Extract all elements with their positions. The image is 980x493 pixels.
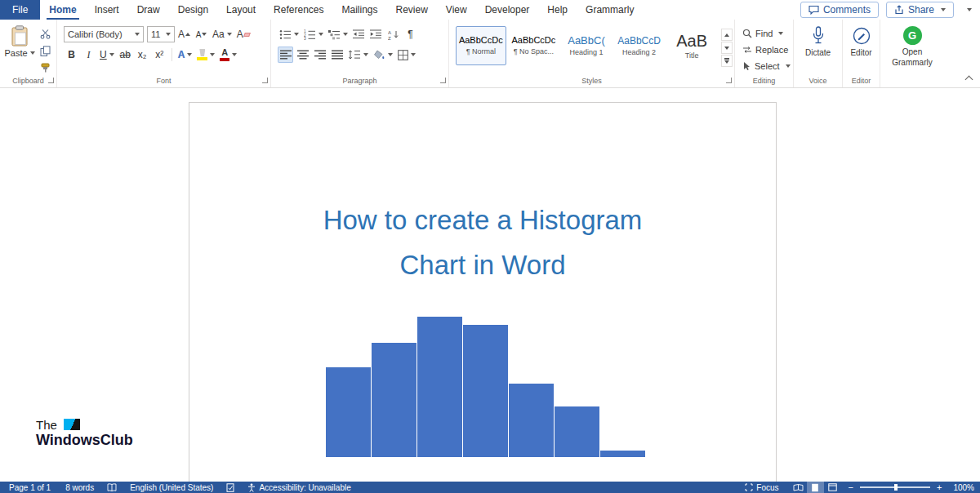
page-indicator[interactable]: Page 1 of 1 [2, 482, 58, 493]
numbering-button[interactable]: 123 [302, 26, 325, 42]
caret-up-icon [724, 33, 729, 37]
ribbon-display-options-button[interactable] [961, 8, 975, 11]
shading-button[interactable] [372, 47, 394, 63]
zoom-slider[interactable] [860, 486, 930, 488]
style-heading-2[interactable]: AaBbCcD Heading 2 [614, 26, 665, 65]
microphone-icon [812, 26, 825, 46]
font-dialog-launcher[interactable] [262, 78, 268, 83]
editing-group-label: Editing [735, 77, 793, 85]
paste-icon [11, 25, 29, 47]
web-layout-button[interactable] [824, 482, 841, 493]
styles-scroll-down-button[interactable] [721, 42, 733, 54]
text-effects-button[interactable]: A [176, 47, 194, 63]
collapse-ribbon-chevron[interactable] [965, 76, 973, 84]
tab-file[interactable]: File [0, 0, 40, 20]
logo-text-the: The [36, 418, 57, 432]
cut-button[interactable] [37, 27, 53, 41]
clipboard-dialog-launcher[interactable] [48, 78, 54, 83]
underline-button[interactable]: U [98, 47, 116, 63]
web-layout-icon [828, 483, 837, 491]
bold-button[interactable]: B [64, 47, 79, 63]
multilevel-list-button[interactable] [327, 26, 350, 42]
dictate-label: Dictate [805, 48, 831, 59]
superscript-button[interactable]: x² [152, 47, 167, 63]
tab-help[interactable]: Help [538, 0, 577, 20]
align-left-button[interactable] [278, 47, 293, 63]
zoom-out-button[interactable] [844, 482, 858, 492]
styles-dialog-launcher[interactable] [726, 78, 732, 83]
document-check-button[interactable] [220, 482, 240, 493]
align-center-button[interactable] [295, 47, 310, 63]
zoom-slider-thumb[interactable] [894, 484, 898, 491]
open-grammarly-button[interactable]: G OpenGrammarly [880, 20, 944, 68]
styles-more-button[interactable] [721, 55, 733, 67]
style-preview: AaBbCcDc [459, 36, 503, 45]
comments-button[interactable]: Comments [800, 2, 879, 18]
tab-insert[interactable]: Insert [86, 0, 128, 20]
font-size-select[interactable]: 11 [147, 26, 175, 42]
select-button[interactable]: Select [742, 59, 791, 73]
borders-button[interactable] [396, 47, 417, 63]
tab-references[interactable]: References [265, 0, 332, 20]
tab-developer[interactable]: Developer [476, 0, 539, 20]
paragraph-dialog-launcher[interactable] [440, 78, 446, 83]
style-heading-1[interactable]: AaBbC( Heading 1 [561, 26, 612, 65]
clear-formatting-button[interactable]: A [235, 26, 252, 42]
focus-toggle[interactable]: Focus [737, 482, 786, 493]
proofing-book-button[interactable] [101, 482, 122, 493]
subscript-button[interactable]: x₂ [135, 47, 150, 63]
align-right-button[interactable] [312, 47, 327, 63]
sort-button[interactable]: AZ [385, 26, 401, 42]
highlight-button[interactable] [195, 47, 216, 63]
tab-draw[interactable]: Draw [128, 0, 169, 20]
justify-button[interactable] [329, 47, 345, 63]
text-effects-glyph: A [178, 49, 185, 60]
change-case-button[interactable]: Aa [211, 26, 234, 42]
font-family-value: Calibri (Body) [68, 29, 122, 39]
tab-design[interactable]: Design [169, 0, 217, 20]
word-count[interactable]: 8 words [58, 482, 101, 493]
style-no-spacing[interactable]: AaBbCcDc ¶ No Spac... [509, 26, 559, 65]
style-preview: AaBbCcDc [511, 36, 555, 45]
font-color-button[interactable]: A [218, 47, 238, 63]
editor-button[interactable]: Editor [843, 20, 880, 59]
ribbon-tab-strip-row: File HomeInsertDrawDesignLayoutReference… [0, 0, 980, 20]
chevron-down-icon [294, 33, 299, 36]
paste-button[interactable]: Paste [5, 25, 34, 75]
font-family-select[interactable]: Calibri (Body) [64, 26, 144, 42]
grow-font-button[interactable]: A [176, 26, 192, 42]
tab-home[interactable]: Home [40, 0, 85, 20]
style-normal[interactable]: AaBbCcDc ¶ Normal [456, 26, 506, 65]
increase-indent-button[interactable] [368, 26, 384, 42]
tab-mailings[interactable]: Mailings [332, 0, 386, 20]
format-painter-button[interactable] [37, 61, 53, 75]
style-title[interactable]: AaB Title [666, 26, 717, 65]
styles-scroll-up-button[interactable] [721, 29, 733, 41]
bullets-button[interactable] [278, 26, 301, 42]
paste-label: Paste [4, 48, 27, 58]
print-layout-button[interactable] [807, 482, 824, 493]
accessibility-status[interactable]: Accessibility: Unavailable [240, 482, 358, 493]
zoom-level[interactable]: 100% [946, 482, 978, 493]
tab-grammarly[interactable]: Grammarly [577, 0, 643, 20]
tab-layout[interactable]: Layout [217, 0, 265, 20]
strikethrough-button[interactable]: ab [118, 47, 133, 63]
tab-review[interactable]: Review [387, 0, 437, 20]
document-page[interactable]: How to create a Histogram Chart in Word [189, 102, 777, 482]
decrease-indent-button[interactable] [351, 26, 367, 42]
share-button[interactable]: Share [886, 2, 954, 18]
tab-view[interactable]: View [437, 0, 476, 20]
shrink-font-button[interactable]: A [194, 26, 209, 42]
language-indicator[interactable]: English (United States) [122, 482, 220, 493]
show-formatting-button[interactable]: ¶ [403, 26, 418, 42]
copy-button[interactable] [37, 44, 53, 58]
line-spacing-button[interactable] [346, 47, 370, 63]
document-area: How to create a Histogram Chart in Word … [0, 88, 980, 482]
read-mode-button[interactable] [790, 482, 807, 493]
find-button[interactable]: Find [742, 26, 783, 40]
zoom-in-button[interactable] [933, 482, 946, 492]
replace-button[interactable]: Replace [742, 42, 788, 56]
dictate-button[interactable]: Dictate [794, 20, 842, 59]
italic-button[interactable]: I [81, 47, 96, 63]
align-left-icon [280, 50, 292, 60]
